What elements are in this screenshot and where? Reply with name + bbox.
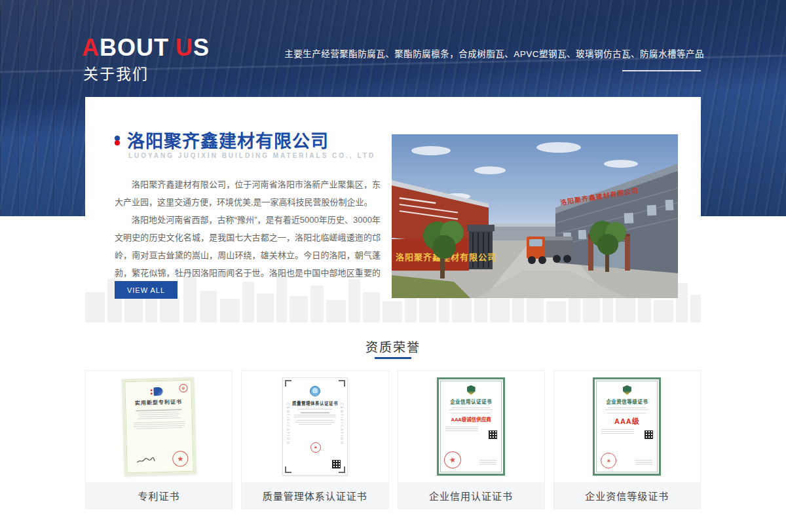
iso-seal-icon: ★ (310, 442, 321, 453)
certification-side-text: CERTIFICATION (286, 403, 290, 445)
certificate-label: 企业信用认证证书 (398, 482, 544, 508)
shield-emblem-icon (467, 385, 476, 395)
about-section-card: 洛阳聚齐鑫建材有限公司 LUOYANG JUQIXIN BUILDING MAT… (85, 97, 701, 328)
certification-side-text: CERTIFICATION (340, 403, 344, 445)
certificate-grade-text: AAA级诚信供应商 (439, 415, 503, 423)
honors-section-title: 资质荣誉 (0, 337, 786, 355)
view-all-button[interactable]: VIEW ALL (115, 281, 178, 299)
page-title: ABOUTUS (82, 34, 210, 62)
certificate-inner-title: 质量管理体系认证证书 (283, 400, 347, 406)
certificate-inner-title: 企业资信等级证书 (595, 398, 659, 405)
certificate-list: 实用新型专利证书 ❋ ★ 专利证书 (85, 370, 701, 509)
certificate-card-patent[interactable]: 实用新型专利证书 ❋ ★ 专利证书 (85, 370, 233, 509)
about-page: ABOUTUS 关于我们 主要生产经营聚酯防腐瓦、聚酯防腐檩条，合成树脂瓦、AP… (0, 0, 786, 532)
certificate-image-rating: 企业资信等级证书 AAA级 ✶ (554, 371, 700, 482)
iso-globe-icon (310, 386, 320, 396)
shield-emblem-icon (623, 385, 631, 395)
certificate-image-patent: 实用新型专利证书 ❋ ★ (86, 371, 232, 482)
certificate-image-iso: 质量管理体系认证证书 CERTIFICATION CERTIFICATION ★ (242, 371, 388, 482)
title-letters: BOUT (100, 34, 169, 61)
certificate-label: 专利证书 (86, 482, 232, 508)
factory-photo: 洛阳聚齐鑫建材有限公司 洛阳聚齐鑫建材有限公司 (392, 134, 678, 298)
title-bullet-icon (115, 136, 120, 145)
certificate-grade-text: AAA级 (595, 415, 659, 426)
certificate-inner-title: 实用新型专利证书 (125, 398, 192, 407)
company-name-english: LUOYANG JUQIXIN BUILDING MATERIALS CO., … (128, 152, 375, 159)
company-name-heading: 洛阳聚齐鑫建材有限公司 (127, 127, 329, 153)
patent-seal-icon: ★ (172, 451, 189, 467)
certificate-label: 质量管理体系认证证书 (242, 482, 388, 508)
title-letter: A (82, 34, 100, 61)
banner-tagline: 主要生产经营聚酯防腐瓦、聚酯防腐檩条，合成树脂瓦、APVC塑钢瓦、玻璃钢仿古瓦、… (284, 47, 704, 60)
signature-mark (136, 457, 155, 465)
patent-top-seal-icon: ❋ (179, 384, 187, 392)
qr-code (645, 430, 653, 439)
qr-code (489, 430, 497, 439)
title-letter: U (176, 34, 193, 61)
certificate-card-credit[interactable]: 企业信用认证证书 AAA级诚信供应商 ★ 企业信用认证证书 (398, 370, 545, 509)
qr-code (332, 460, 341, 468)
honors-title-underline (375, 357, 411, 359)
banner-underline-decoration (622, 70, 701, 71)
certificate-card-iso[interactable]: 质量管理体系认证证书 CERTIFICATION CERTIFICATION ★… (241, 370, 388, 509)
patent-logo-icon (153, 387, 162, 396)
certificate-card-rating[interactable]: 企业资信等级证书 AAA级 ✶ 企业资信等级证书 (553, 370, 701, 509)
certificate-inner-title: 企业信用认证证书 (439, 398, 503, 405)
intro-paragraph-1: 洛阳聚齐鑫建材有限公司，位于河南省洛阳市洛新产业聚集区，东大产业园，这里交通方便… (115, 176, 381, 211)
certificate-label: 企业资信等级证书 (554, 482, 700, 508)
red-star-seal-icon: ★ (443, 450, 463, 470)
certificate-image-credit: 企业信用认证证书 AAA级诚信供应商 ★ (398, 371, 544, 482)
page-title-cn: 关于我们 (83, 62, 149, 84)
title-letter: S (193, 34, 210, 61)
red-round-seal-icon: ✶ (601, 453, 616, 468)
